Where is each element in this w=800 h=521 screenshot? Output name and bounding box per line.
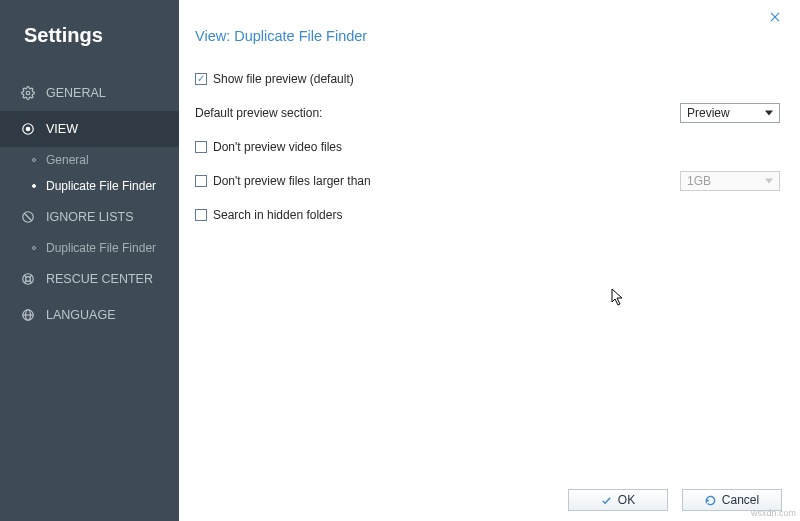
svg-line-4 — [25, 214, 32, 221]
label-search-hidden: Search in hidden folders — [213, 208, 780, 222]
checkbox-search-hidden[interactable] — [195, 209, 207, 221]
undo-icon — [705, 495, 716, 506]
sidebar-item-rescue[interactable]: RESCUE CENTER — [0, 261, 179, 297]
label-show-preview: Show file preview (default) — [213, 72, 780, 86]
deny-icon — [20, 209, 36, 225]
main-panel: View: Duplicate File Finder Show file pr… — [179, 0, 800, 521]
sidebar-sub-view-general[interactable]: General — [0, 147, 179, 173]
sidebar-item-general[interactable]: GENERAL — [0, 75, 179, 111]
select-default-section[interactable]: Preview — [680, 103, 780, 123]
sidebar-item-label: RESCUE CENTER — [46, 272, 153, 286]
sidebar-sub-label: Duplicate File Finder — [46, 241, 156, 255]
bullet-icon — [32, 246, 36, 250]
sidebar-item-ignore[interactable]: IGNORE LISTS — [0, 199, 179, 235]
svg-point-0 — [26, 91, 30, 95]
label-default-section: Default preview section: — [195, 106, 680, 120]
cancel-label: Cancel — [722, 493, 759, 507]
sidebar-item-label: GENERAL — [46, 86, 106, 100]
ok-label: OK — [618, 493, 635, 507]
chevron-down-icon — [765, 106, 773, 120]
row-default-section: Default preview section: Preview — [195, 96, 780, 130]
svg-point-2 — [26, 127, 30, 131]
svg-line-10 — [30, 281, 32, 283]
svg-point-6 — [26, 277, 31, 282]
sidebar-item-view[interactable]: VIEW — [0, 111, 179, 147]
sidebar-sub-label: General — [46, 153, 89, 167]
check-icon — [601, 495, 612, 506]
select-value: Preview — [687, 106, 730, 120]
watermark: wsxdn.com — [751, 508, 796, 518]
checkbox-no-larger[interactable] — [195, 175, 207, 187]
row-no-larger: Don't preview files larger than 1GB — [195, 164, 780, 198]
select-value: 1GB — [687, 174, 711, 188]
sidebar-item-label: IGNORE LISTS — [46, 210, 134, 224]
page-title: View: Duplicate File Finder — [195, 28, 780, 44]
close-button[interactable] — [768, 10, 786, 28]
lifebuoy-icon — [20, 271, 36, 287]
chevron-down-icon — [765, 174, 773, 188]
sidebar-item-language[interactable]: LANGUAGE — [0, 297, 179, 333]
gear-icon — [20, 85, 36, 101]
label-no-video: Don't preview video files — [213, 140, 780, 154]
svg-line-9 — [24, 281, 26, 283]
globe-icon — [20, 307, 36, 323]
sidebar-item-label: VIEW — [46, 122, 78, 136]
record-icon — [20, 121, 36, 137]
checkbox-show-preview[interactable] — [195, 73, 207, 85]
sidebar-sub-ignore-duplicate[interactable]: Duplicate File Finder — [0, 235, 179, 261]
sidebar-sub-view-duplicate[interactable]: Duplicate File Finder — [0, 173, 179, 199]
label-no-larger: Don't preview files larger than — [213, 174, 680, 188]
sidebar: Settings GENERAL VIEW General Duplicate … — [0, 0, 179, 521]
sidebar-item-label: LANGUAGE — [46, 308, 115, 322]
bullet-icon — [32, 158, 36, 162]
row-show-preview: Show file preview (default) — [195, 62, 780, 96]
footer: OK Cancel — [568, 489, 782, 511]
checkbox-no-video[interactable] — [195, 141, 207, 153]
row-no-video: Don't preview video files — [195, 130, 780, 164]
row-search-hidden: Search in hidden folders — [195, 198, 780, 232]
cursor-icon — [611, 288, 625, 310]
svg-line-8 — [30, 275, 32, 277]
select-size: 1GB — [680, 171, 780, 191]
ok-button[interactable]: OK — [568, 489, 668, 511]
sidebar-sub-label: Duplicate File Finder — [46, 179, 156, 193]
bullet-icon — [32, 184, 36, 188]
svg-line-7 — [24, 275, 26, 277]
settings-title: Settings — [0, 24, 179, 47]
